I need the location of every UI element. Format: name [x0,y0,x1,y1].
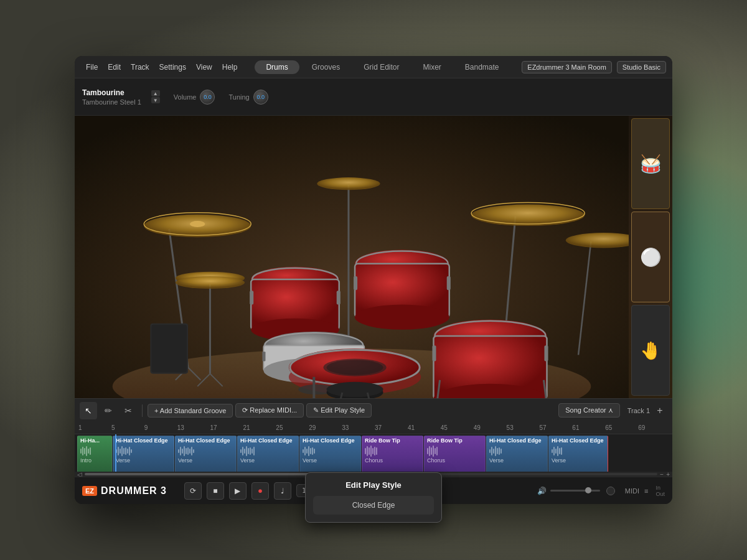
ruler-1: 1 [77,424,110,431]
timeline-ruler: 1 5 9 13 17 21 25 29 33 37 41 45 49 53 5… [75,422,672,434]
segment-chorus-2[interactable]: Ride Bow Tip Chorus [424,436,486,472]
menu-file[interactable]: File [81,60,103,74]
segment-verse-3[interactable]: Hi-Hat Closed Edge Verse [237,436,299,472]
pencil-tool-btn[interactable]: ✏ [100,402,117,419]
replace-midi-btn[interactable]: ⟳ Replace MIDI... [235,403,304,418]
select-tool-btn[interactable]: ↖ [80,402,97,419]
segment-intro-sublabel: Intro [80,457,109,464]
volume-icon: 🔊 [537,487,547,495]
waveform-c2 [427,445,482,457]
waveform-intro [80,445,109,457]
tuning-knob[interactable]: 0.0 [253,90,268,105]
segment-verse4-sublabel: Verse [303,457,358,464]
segment-verse-1[interactable]: Hi-Hat Closed Edge Verse [113,436,174,472]
ruler-49: 49 [472,424,505,431]
right-panel-item-2[interactable]: ⚪ [631,212,670,302]
menu-settings[interactable]: Settings [154,60,191,74]
segment-verse1-label: Hi-Hat Closed Edge [116,437,171,444]
instrument-down-arrow[interactable]: ▼ [151,97,160,103]
svg-rect-37 [447,276,451,290]
waveform-v2 [178,445,233,457]
ruler-25: 25 [275,424,308,431]
record-btn[interactable]: ● [251,482,269,500]
segment-verse3-sublabel: Verse [240,457,296,464]
ruler-41: 41 [406,424,439,431]
popup-closed-edge-item[interactable]: Closed Edge [313,496,434,504]
scroll-thumb[interactable] [85,473,314,475]
ruler-9: 9 [143,424,176,431]
waveform-v5 [489,445,545,457]
segment-chorus1-sublabel: Chorus [365,457,420,464]
scissors-tool-btn[interactable]: ✂ [120,402,137,419]
timeline-area: 1 5 9 13 17 21 25 29 33 37 41 45 49 53 5… [75,422,672,477]
tab-drums[interactable]: Drums [255,60,299,74]
app-window: File Edit Track Settings View Help Drums… [75,56,672,504]
loop-btn[interactable]: ⟳ [184,482,202,500]
add-groove-btn[interactable]: + Add Standard Groove [148,404,233,418]
volume-value: 0.0 [204,94,212,100]
segment-verse2-label: Hi-Hat Closed Edge [178,437,233,444]
preset-1-select[interactable]: EZdrummer 3 Main Room [522,61,612,73]
volume-label: Volume [174,93,197,101]
svg-point-35 [355,304,449,329]
in-label: In [655,485,665,491]
tab-mixer[interactable]: Mixer [412,60,453,74]
ruler-marks: 1 5 9 13 17 21 25 29 33 37 41 45 49 53 5… [77,424,670,431]
metronome-btn[interactable]: ♩ [274,482,291,500]
svg-point-18 [471,205,585,226]
menu-view[interactable]: View [191,60,217,74]
ez-badge: EZ [82,486,97,496]
mono-btn[interactable] [606,487,615,495]
play-btn[interactable]: ▶ [229,482,247,500]
track-row-1: Hi-Ha... Intro Hi-Hat Closed Edge [75,434,672,472]
ruler-45: 45 [439,424,472,431]
menu-help[interactable]: Help [217,60,243,74]
right-panel-icon-1: 🥁 [640,154,662,174]
segment-verse-5[interactable]: Hi-Hat Closed Edge Verse [486,436,548,472]
in-out-labels: In Out [655,485,665,497]
preset-2-select[interactable]: Studio Basic [617,61,666,73]
segment-verse3-label: Hi-Hat Closed Edge [240,437,296,444]
volume-area: 🔊 [537,487,615,495]
segment-verse-6[interactable]: Hi-Hat Closed Edge Verse [548,436,608,472]
midi-settings-icon[interactable]: ≡ [644,487,648,495]
segment-chorus-1[interactable]: Ride Bow Tip Chorus [362,436,423,472]
svg-rect-44 [262,352,265,361]
tab-grooves[interactable]: Grooves [301,60,351,74]
drum-kit-svg [75,116,629,398]
menu-track[interactable]: Track [126,60,154,74]
tab-grid-editor[interactable]: Grid Editor [352,60,410,74]
segment-verse2-sublabel: Verse [178,457,233,464]
segment-verse5-label: Hi-Hat Closed Edge [489,437,545,444]
tab-bandmate[interactable]: Bandmate [454,60,510,74]
volume-thumb[interactable] [585,487,591,493]
add-track-btn[interactable]: + [652,403,667,418]
svg-rect-68 [151,325,187,373]
right-panel-icon-2: ⚪ [640,247,662,268]
right-panel-item-3[interactable]: 🤚 [631,305,670,396]
right-panel-item-1[interactable]: 🥁 [631,118,670,209]
edit-play-style-btn[interactable]: ✎ Edit Play Style [306,403,372,418]
instrument-arrows: ▲ ▼ [151,90,160,103]
segment-verse-2[interactable]: Hi-Hat Closed Edge Verse [175,436,237,472]
stop-btn[interactable]: ■ [207,482,224,500]
segment-intro-label: Hi-Ha... [80,437,109,444]
volume-knob[interactable]: 0.0 [200,90,215,105]
instrument-name: Tambourine [82,88,141,97]
toolbar: ↖ ✏ ✂ + Add Standard Groove ⟳ Replace MI… [75,398,672,422]
waveform-v6 [552,445,605,457]
menu-edit[interactable]: Edit [103,60,126,74]
segment-intro[interactable]: Hi-Ha... Intro [77,436,112,472]
segment-verse1-sublabel: Verse [116,457,171,464]
segment-verse-4[interactable]: Hi-Hat Closed Edge Verse [299,436,361,472]
instrument-up-arrow[interactable]: ▲ [151,90,160,96]
segment-verse5-sublabel: Verse [489,457,545,464]
timeline-tracks: Hi-Ha... Intro Hi-Hat Closed Edge [75,434,672,472]
segment-verse6-label: Hi-Hat Closed Edge [552,437,605,444]
song-creator-btn[interactable]: Song Creator ⋏ [558,403,619,418]
toolbar-divider-1 [142,404,143,417]
volume-slider[interactable] [550,490,600,492]
svg-point-50 [327,360,383,375]
ez-logo: EZ DRUMMER 3 [82,485,167,497]
waveform-v3 [240,445,296,457]
